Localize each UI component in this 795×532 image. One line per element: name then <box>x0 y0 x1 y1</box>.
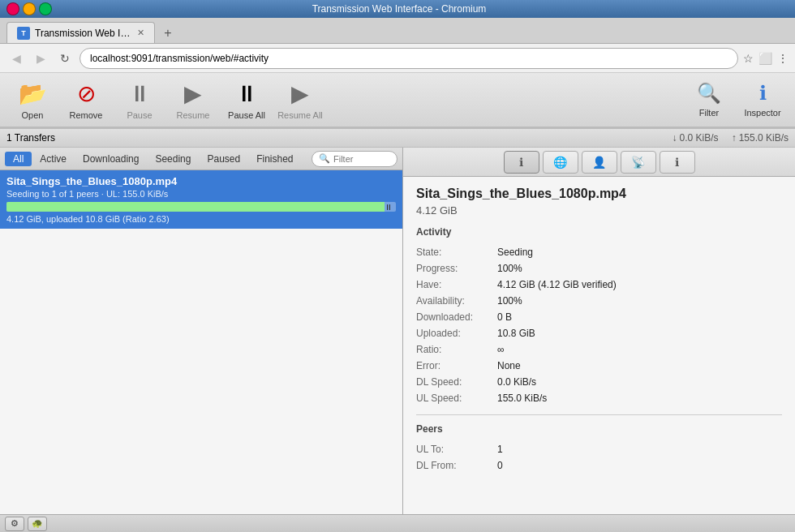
activity-row: Progress:100% <box>416 260 782 277</box>
inspector-tab-network[interactable]: 🌐 <box>543 151 578 174</box>
activity-table: State:SeedingProgress:100%Have:4.12 GiB … <box>416 244 782 406</box>
torrent-item[interactable]: Sita_Sings_the_Blues_1080p.mp4 Seeding t… <box>0 170 402 229</box>
bottom-bar: ⚙ 🐢 <box>0 514 795 532</box>
tab-active[interactable]: Active <box>32 152 75 166</box>
progress-fill <box>6 202 385 212</box>
resume-button[interactable]: ▶ Resume <box>167 75 219 124</box>
back-button[interactable]: ◀ <box>6 49 26 68</box>
tab-paused[interactable]: Paused <box>199 152 248 166</box>
field-label: State: <box>416 244 497 260</box>
inspector-panel: ℹ 🌐 👤 📡 ℹ Sita_Sings_the_Blues_1080p.mp4… <box>403 148 795 514</box>
resume-all-icon: ▶ <box>291 80 309 107</box>
remove-label: Remove <box>70 110 103 120</box>
field-label: DL From: <box>416 457 497 474</box>
activity-section-header: Activity <box>416 226 782 238</box>
inspector-tab-info[interactable]: ℹ <box>504 151 539 174</box>
field-value: Seeding <box>497 244 782 260</box>
pause-button[interactable]: ⏸ Pause <box>114 75 165 124</box>
inspector-tab-tracker[interactable]: 📡 <box>621 151 656 174</box>
forward-button[interactable]: ▶ <box>31 49 50 68</box>
remove-button[interactable]: ⊘ Remove <box>60 75 112 124</box>
toolbar: 📂 Open ⊘ Remove ⏸ Pause ▶ Resume ⏸ Pause… <box>0 73 795 128</box>
dl-arrow: ↓ <box>673 132 677 144</box>
activity-row: Uploaded:10.8 GiB <box>416 325 782 341</box>
field-value: ∞ <box>497 341 782 358</box>
address-input[interactable] <box>80 48 738 69</box>
new-tab-button[interactable]: + <box>158 24 178 43</box>
inspector-tab-files[interactable]: ℹ <box>660 151 695 174</box>
refresh-button[interactable]: ↻ <box>55 49 75 68</box>
inspector-button[interactable]: ℹ Inspector <box>737 75 789 124</box>
resume-icon: ▶ <box>184 80 202 107</box>
maximize-button[interactable] <box>39 2 52 15</box>
ul-speed: ↑ 155.0 KiB/s <box>732 132 789 144</box>
close-button[interactable] <box>6 2 19 15</box>
torrent-list: Sita_Sings_the_Blues_1080p.mp4 Seeding t… <box>0 170 402 514</box>
remove-icon: ⊘ <box>77 80 96 107</box>
field-label: UL To: <box>416 441 497 457</box>
inspector-torrent-title: Sita_Sings_the_Blues_1080p.mp4 <box>416 187 782 201</box>
peers-row: DL From:0 <box>416 457 782 474</box>
tab-downloading[interactable]: Downloading <box>75 152 147 166</box>
main-content: All Active Downloading Seeding Paused Fi… <box>0 148 795 514</box>
field-label: Ratio: <box>416 341 497 358</box>
resume-label: Resume <box>177 110 210 120</box>
field-value: 0 B <box>497 309 782 325</box>
peers-row: UL To:1 <box>416 441 782 457</box>
activity-row: State:Seeding <box>416 244 782 260</box>
field-value: 10.8 GiB <box>497 325 782 341</box>
tab-finished[interactable]: Finished <box>248 152 301 166</box>
filter-button[interactable]: 🔍 Filter <box>683 75 735 124</box>
minimize-button[interactable] <box>23 2 36 15</box>
title-bar-controls[interactable] <box>6 2 52 15</box>
field-label: Have: <box>416 277 497 293</box>
field-value: 4.12 GiB (4.12 GiB verified) <box>497 277 782 293</box>
inspector-label: Inspector <box>744 108 780 118</box>
activity-row: DL Speed:0.0 KiB/s <box>416 374 782 390</box>
title-bar: Transmission Web Interface - Chromium <box>0 0 795 18</box>
field-label: Uploaded: <box>416 325 497 341</box>
search-input[interactable] <box>333 154 390 164</box>
inspector-tabs: ℹ 🌐 👤 📡 ℹ <box>403 148 795 177</box>
settings-icon: ⚙ <box>11 518 19 529</box>
settings-button[interactable]: ⚙ <box>5 517 24 531</box>
pause-torrent-icon[interactable]: ⏸ <box>385 203 393 212</box>
torrent-name: Sita_Sings_the_Blues_1080p.mp4 <box>6 175 396 187</box>
filter-label: Filter <box>699 108 719 118</box>
tab-label: Transmission Web Int... <box>35 28 132 39</box>
field-value: 0.0 KiB/s <box>497 374 782 390</box>
transfer-count: 1 Transfers <box>6 132 666 144</box>
field-value: 0 <box>497 457 782 474</box>
menu-icon[interactable]: ⋮ <box>777 52 789 65</box>
screenshot-icon[interactable]: ⬜ <box>758 52 772 65</box>
inspector-icon: ℹ <box>759 82 767 105</box>
tab-all[interactable]: All <box>5 152 32 166</box>
field-label: Downloaded: <box>416 309 497 325</box>
field-value: None <box>497 358 782 374</box>
resume-all-button[interactable]: ▶ Resume All <box>274 75 326 124</box>
resume-all-label: Resume All <box>277 110 323 120</box>
inspector-content: Sita_Sings_the_Blues_1080p.mp4 4.12 GiB … <box>403 177 795 514</box>
pause-all-button[interactable]: ⏸ Pause All <box>221 75 273 124</box>
window-title: Transmission Web Interface - Chromium <box>52 3 746 15</box>
field-value: 155.0 KiB/s <box>497 390 782 406</box>
inspector-torrent-size: 4.12 GiB <box>416 204 782 217</box>
open-button[interactable]: 📂 Open <box>6 75 58 124</box>
pause-icon: ⏸ <box>128 80 151 107</box>
filter-search[interactable]: 🔍 <box>312 151 398 167</box>
tab-seeding[interactable]: Seeding <box>147 152 199 166</box>
activity-row: UL Speed:155.0 KiB/s <box>416 390 782 406</box>
torrent-meta: 4.12 GiB, uploaded 10.8 GiB (Ratio 2.63) <box>6 214 396 224</box>
browser-tab[interactable]: T Transmission Web Int... ✕ <box>6 22 155 43</box>
field-label: UL Speed: <box>416 390 497 406</box>
open-label: Open <box>22 110 44 120</box>
filter-tabs: All Active Downloading Seeding Paused Fi… <box>0 148 402 170</box>
progress-bar: ⏸ <box>6 202 396 212</box>
dl-speed-value: 0.0 KiB/s <box>680 132 719 144</box>
inspector-tab-peers[interactable]: 👤 <box>582 151 617 174</box>
turtle-button[interactable]: 🐢 <box>28 517 47 531</box>
activity-row: Ratio:∞ <box>416 341 782 358</box>
tab-close-button[interactable]: ✕ <box>137 28 144 38</box>
activity-row: Downloaded:0 B <box>416 309 782 325</box>
bookmark-icon[interactable]: ☆ <box>743 52 754 65</box>
